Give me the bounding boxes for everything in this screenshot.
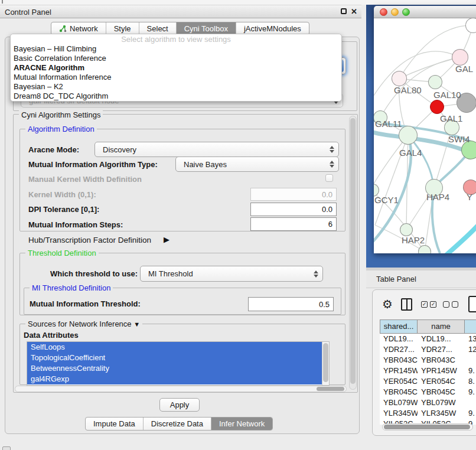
mi-type-combo[interactable]: Naive Bayes: [175, 156, 339, 172]
popup-item-basic-correlation[interactable]: Basic Correlation Inference: [11, 54, 341, 63]
cell[interactable]: YDR27...: [380, 344, 418, 355]
table-horizontal-scrollbar[interactable]: [382, 423, 473, 431]
cell[interactable]: 12: [465, 344, 476, 355]
cell[interactable]: YBL079W: [418, 397, 465, 408]
mi-type-value: Naive Bayes: [184, 160, 227, 169]
node-label-swi4: SWI4: [448, 134, 470, 144]
cell[interactable]: YPR145W: [380, 366, 418, 376]
table-row[interactable]: YPR145W YPR145W 9.: [380, 366, 476, 376]
float-window-icon[interactable]: [341, 8, 347, 14]
expander-expanded-icon[interactable]: ▼: [133, 321, 140, 328]
node-gal10[interactable]: [428, 75, 442, 89]
node-hap2[interactable]: [400, 223, 413, 236]
cell[interactable]: 8.: [465, 376, 476, 387]
cyni-bottom-tabbar: Impute Data Discretize Data Infer Networ…: [85, 417, 273, 431]
close-icon[interactable]: ✕: [351, 7, 357, 16]
which-threshold-combo[interactable]: MI Threshold: [140, 266, 323, 282]
cell[interactable]: YDL19...: [380, 334, 418, 344]
mi-steps-input[interactable]: [250, 217, 337, 231]
dpi-tolerance-input[interactable]: [250, 203, 337, 216]
column-layout-icon[interactable]: [401, 298, 412, 311]
cell[interactable]: YBR043C: [380, 355, 418, 366]
column-header-shared-name[interactable]: shared...: [380, 319, 418, 334]
cell[interactable]: [465, 355, 476, 366]
cell[interactable]: YDL19...: [418, 334, 465, 344]
new-table-icon-partial[interactable]: [468, 296, 476, 312]
cell[interactable]: 9.: [465, 387, 476, 397]
close-traffic-light[interactable]: [380, 8, 387, 16]
popup-item-bayesian-hill-climbing[interactable]: Bayesian – Hill Climbing: [11, 44, 341, 54]
table-row[interactable]: YBR043C YBR043C: [380, 355, 476, 366]
column-header-partial[interactable]: A: [465, 319, 476, 334]
sources-group-title[interactable]: Sources for Network Inference ▼: [25, 319, 142, 328]
cell[interactable]: YLR345W: [380, 408, 418, 419]
node-gal1[interactable]: [430, 100, 444, 114]
hub-expander-label[interactable]: Hub/Transcription Factor Definition: [28, 236, 151, 244]
tab-impute-data[interactable]: Impute Data: [86, 418, 143, 430]
cell[interactable]: YER054C: [380, 376, 418, 387]
kernel-width-input[interactable]: [250, 188, 337, 201]
settings-vertical-scrollbar-thumb[interactable]: [350, 118, 356, 384]
table-row[interactable]: YBL079W YBL079W: [380, 397, 476, 408]
table-row[interactable]: YLR345W YLR345W 9.: [380, 408, 476, 419]
minimize-traffic-light[interactable]: [391, 8, 399, 16]
list-item-selfloops[interactable]: SelfLoops: [27, 342, 323, 353]
tab-network[interactable]: Network: [51, 22, 106, 35]
mi-threshold-input[interactable]: [248, 297, 334, 311]
bottom-left-partial-icon[interactable]: [2, 446, 11, 450]
cell[interactable]: YER054C: [418, 376, 465, 387]
tab-select[interactable]: Select: [139, 22, 176, 35]
settings-horizontal-scrollbar-thumb[interactable]: [317, 387, 344, 391]
popup-item-mutual-information[interactable]: Mutual Information Inference: [11, 73, 341, 82]
control-panel-title: Control Panel: [5, 8, 51, 17]
popup-item-aracne[interactable]: ARACNE Algorithm: [11, 63, 341, 73]
column-header-name[interactable]: name: [418, 319, 465, 334]
tab-jactivemnodules[interactable]: jActiveMNodules: [236, 22, 309, 35]
table-row[interactable]: YER054C YER054C 8.: [380, 376, 476, 387]
list-item-topologicalcoefficient[interactable]: TopologicalCoefficient: [27, 353, 323, 363]
tab-cyni-toolbox[interactable]: Cyni Toolbox: [176, 22, 236, 35]
deselect-checkbox-icon[interactable]: [443, 301, 449, 308]
cell[interactable]: YDR27...: [418, 344, 465, 355]
select-all-checkbox-icon-2[interactable]: ✓: [430, 301, 436, 308]
aracne-mode-value: Discovery: [103, 145, 136, 154]
expander-collapsed-icon[interactable]: ▶: [164, 235, 169, 244]
list-scrollbar-thumb[interactable]: [323, 343, 328, 382]
aracne-mode-combo[interactable]: Discovery: [94, 142, 339, 157]
node-gal-partial[interactable]: [452, 49, 468, 66]
apply-button[interactable]: Apply: [159, 398, 200, 412]
cell[interactable]: YBL079W: [380, 397, 418, 408]
settings-gear-icon[interactable]: ⚙: [382, 297, 393, 311]
tab-style[interactable]: Style: [106, 22, 139, 35]
deselect-checkbox-icon-2[interactable]: [452, 301, 458, 308]
cell[interactable]: YBR045C: [418, 387, 465, 397]
table-row[interactable]: YDL19... YDL19... 13: [380, 334, 476, 344]
network-canvas[interactable]: GAL GAL80 GAL10 GAL1 GAL11 SWI4 GAL4 GCY…: [374, 18, 476, 253]
manual-kernel-checkbox[interactable]: [325, 174, 333, 182]
tab-infer-network[interactable]: Infer Network: [211, 418, 272, 430]
settings-horizontal-scrollbar[interactable]: [15, 386, 347, 392]
tab-discretize-data[interactable]: Discretize Data: [143, 418, 211, 430]
cell[interactable]: 9.: [465, 366, 476, 376]
popup-item-dream8[interactable]: Dream8 DC_TDC Algorithm: [11, 92, 341, 101]
cell[interactable]: YPR145W: [418, 366, 465, 376]
cell[interactable]: [465, 397, 476, 408]
table-row[interactable]: YDR27... YDR27... 12: [380, 344, 476, 355]
list-item-gal4rgexp[interactable]: gal4RGexp: [27, 374, 323, 384]
table-row[interactable]: YBR045C YBR045C 9.: [380, 387, 476, 397]
cell[interactable]: YBR045C: [380, 387, 418, 397]
zoom-traffic-light[interactable]: [402, 8, 410, 16]
node-label-gal1: GAL1: [440, 113, 462, 123]
table-horizontal-scrollbar-thumb[interactable]: [384, 425, 470, 429]
list-scrollbar[interactable]: [322, 342, 329, 385]
cell[interactable]: YLR345W: [418, 408, 465, 419]
popup-item-bayesian-k2[interactable]: Bayesian – K2: [11, 82, 341, 92]
cell[interactable]: YBR043C: [418, 355, 465, 366]
network-window-titlebar[interactable]: [374, 6, 476, 18]
settings-vertical-scrollbar[interactable]: [349, 116, 357, 390]
list-item-betweennesscentrality[interactable]: BetweennessCentrality: [27, 363, 323, 374]
cell[interactable]: 13: [465, 334, 476, 344]
select-all-checkbox-icon[interactable]: ✓: [421, 301, 428, 308]
node-gal80[interactable]: [392, 71, 407, 86]
cell[interactable]: 9.: [465, 408, 476, 419]
